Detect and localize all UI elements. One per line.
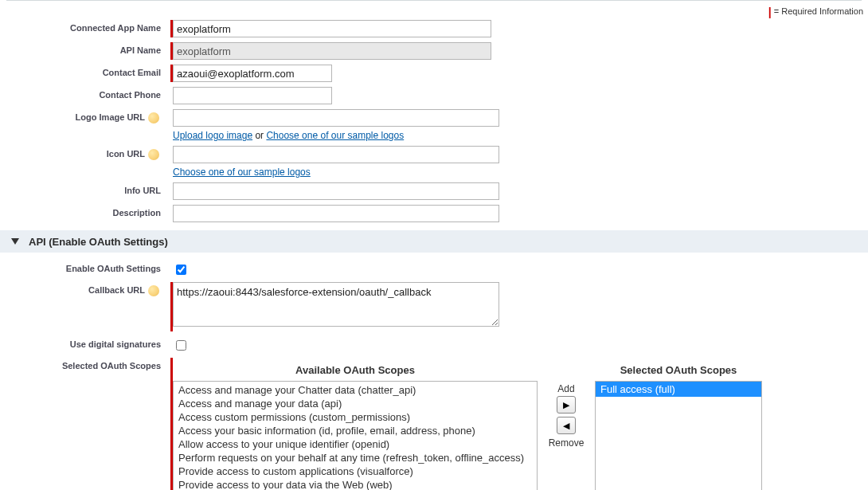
add-label: Add [541, 383, 592, 394]
label-logo-image-url: Logo Image URL [0, 109, 166, 123]
available-scopes-listbox[interactable]: Access and manage your Chatter data (cha… [173, 381, 538, 490]
chevron-down-icon [11, 238, 19, 245]
available-scope-option[interactable]: Allow access to your unique identifier (… [175, 437, 535, 451]
label-selected-oauth-scopes: Selected OAuth Scopes [0, 358, 166, 370]
upload-logo-image-link[interactable]: Upload logo image [173, 130, 252, 141]
available-scope-option[interactable]: Provide access to your data via the Web … [175, 478, 535, 490]
label-use-digital-signatures: Use digital signatures [0, 336, 166, 349]
available-scope-option[interactable]: Access custom permissions (custom_permis… [175, 410, 535, 424]
required-information-hint: | = Required Information [0, 6, 868, 18]
help-icon[interactable] [148, 112, 159, 123]
available-scope-option[interactable]: Perform requests on your behalf at any t… [175, 451, 535, 465]
callback-url-textarea[interactable]: https://zaoui:8443/salesforce-extension/… [173, 282, 499, 327]
choose-sample-logo-link[interactable]: Choose one of our sample logos [266, 130, 404, 141]
required-mark-icon: | [768, 6, 772, 18]
label-connected-app-name: Connected App Name [0, 20, 166, 33]
help-icon[interactable] [148, 149, 159, 160]
label-contact-phone: Contact Phone [0, 87, 166, 100]
info-url-input[interactable] [173, 182, 499, 200]
selected-scope-option[interactable]: Full access (full) [596, 382, 761, 397]
contact-phone-input[interactable] [173, 87, 332, 104]
logo-image-url-input[interactable] [173, 109, 499, 127]
icon-url-input[interactable] [173, 146, 499, 163]
label-enable-oauth: Enable OAuth Settings [0, 261, 166, 273]
use-digital-signatures-checkbox[interactable] [176, 340, 186, 351]
available-scope-option[interactable]: Access and manage your data (api) [175, 397, 535, 410]
label-icon-url: Icon URL [0, 146, 166, 160]
section-api-oauth-header[interactable]: API (Enable OAuth Settings) [0, 230, 868, 253]
add-scope-button[interactable]: ▶ [557, 396, 576, 414]
help-icon[interactable] [148, 285, 159, 296]
enable-oauth-checkbox[interactable] [176, 265, 186, 275]
label-api-name: API Name [0, 42, 166, 55]
label-callback-url: Callback URL [0, 282, 166, 296]
selected-scopes-listbox[interactable]: Full access (full) [595, 381, 762, 490]
available-scope-option[interactable]: Provide access to custom applications (v… [175, 465, 535, 478]
label-contact-email: Contact Email [0, 65, 166, 77]
remove-label: Remove [541, 437, 592, 449]
label-description: Description [0, 205, 166, 218]
section-api-title: API (Enable OAuth Settings) [29, 236, 168, 248]
remove-scope-button[interactable]: ◀ [557, 417, 576, 434]
contact-email-input[interactable] [173, 65, 332, 82]
connected-app-name-input[interactable] [173, 20, 491, 37]
required-info-text: = Required Information [774, 6, 863, 16]
label-info-url: Info URL [0, 182, 166, 195]
available-scope-option[interactable]: Access your basic information (id, profi… [175, 424, 535, 437]
description-input[interactable] [173, 205, 499, 222]
selected-scopes-title: Selected OAuth Scopes [595, 361, 762, 381]
api-name-input[interactable] [173, 42, 491, 60]
choose-sample-icon-link[interactable]: Choose one of our sample logos [173, 167, 311, 178]
available-scopes-title: Available OAuth Scopes [173, 361, 538, 381]
available-scope-option[interactable]: Access and manage your Chatter data (cha… [175, 383, 535, 397]
